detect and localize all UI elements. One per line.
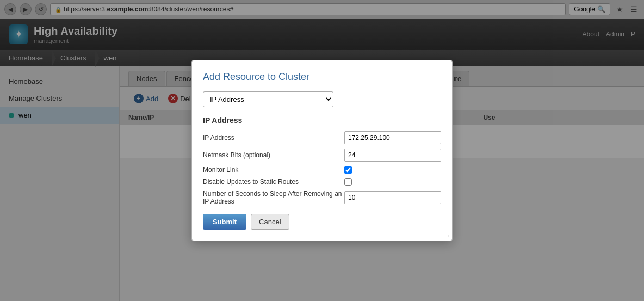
- sleep-seconds-row: Number of Seconds to Sleep After Removin…: [203, 190, 441, 205]
- ip-address-row: IP Address: [203, 131, 441, 144]
- modal-overlay: Add Resource to Cluster IP Address Files…: [0, 0, 644, 301]
- modal-section-title: IP Address: [203, 116, 441, 125]
- cancel-button[interactable]: Cancel: [251, 214, 289, 230]
- monitor-link-row: Monitor Link: [203, 166, 441, 174]
- ip-address-input[interactable]: [344, 131, 441, 144]
- disable-updates-row: Disable Updates to Static Routes: [203, 178, 441, 186]
- resource-type-select[interactable]: IP Address Filesystem NFS Script CLVM My…: [203, 91, 333, 107]
- sleep-seconds-label: Number of Seconds to Sleep After Removin…: [203, 190, 344, 205]
- ip-address-label: IP Address: [203, 134, 344, 142]
- submit-button[interactable]: Submit: [203, 214, 246, 230]
- disable-updates-checkbox[interactable]: [344, 178, 352, 186]
- modal-title: Add Resource to Cluster: [203, 71, 441, 83]
- netmask-bits-label: Netmask Bits (optional): [203, 151, 344, 159]
- add-resource-modal: Add Resource to Cluster IP Address Files…: [191, 60, 453, 241]
- resize-handle[interactable]: ⌟: [447, 231, 450, 238]
- netmask-bits-input[interactable]: [344, 149, 441, 162]
- sleep-seconds-input[interactable]: [344, 191, 441, 204]
- netmask-bits-row: Netmask Bits (optional): [203, 149, 441, 162]
- monitor-link-checkbox[interactable]: [344, 166, 352, 174]
- disable-updates-label: Disable Updates to Static Routes: [203, 178, 344, 186]
- modal-footer: Submit Cancel: [203, 214, 441, 230]
- monitor-link-label: Monitor Link: [203, 166, 344, 174]
